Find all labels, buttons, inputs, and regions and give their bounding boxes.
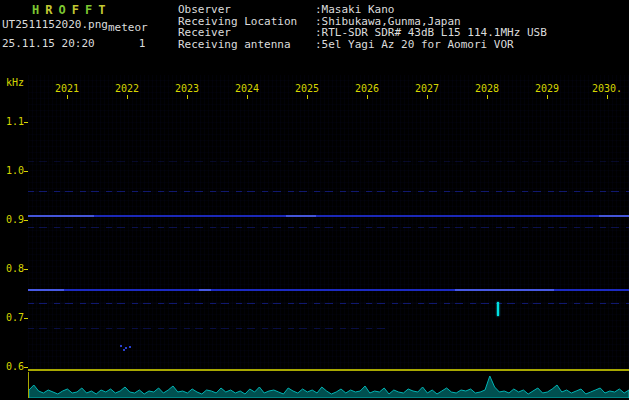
x-axis-tick: [247, 95, 248, 99]
info-value: :5el Yagi Az 20 for Aomori VOR: [315, 38, 514, 51]
carrier-band: [28, 328, 389, 329]
date-line: 25.11.15 20:201: [2, 37, 145, 50]
station-info: Observer:Masaki Kano Receiving Location:…: [178, 4, 547, 50]
y-axis-unit: kHz: [0, 77, 24, 88]
info-row-antenna: Receiving antenna:5el Yagi Az 20 for Aom…: [178, 39, 547, 51]
x-axis-label: 2025: [289, 83, 325, 94]
carrier-band: [28, 303, 629, 304]
carrier-band: [28, 191, 629, 192]
carrier-band-bright-segment: [28, 289, 64, 291]
carrier-band-bright-segment: [599, 215, 629, 217]
carrier-band-bright-segment: [286, 215, 316, 217]
file-line: UT2511152020.pngmeteor: [2, 18, 148, 31]
x-axis-label: 2022: [109, 83, 145, 94]
x-axis-tick: [127, 95, 128, 99]
y-axis-label: 1.0: [0, 165, 24, 176]
carrier-band-bright-segment: [455, 289, 554, 291]
x-axis-tick: [307, 95, 308, 99]
hrofft-output: HROFFT UT2511152020.pngmeteor 25.11.15 2…: [0, 0, 629, 400]
x-axis-tick: [67, 95, 68, 99]
logo-letter: F: [85, 3, 92, 17]
logo-letter: T: [98, 3, 105, 17]
logo-letter: R: [45, 3, 52, 17]
frequency-axis-baseline: [28, 369, 629, 371]
x-axis-label: 2024: [229, 83, 265, 94]
info-label: Receiver: [178, 27, 315, 39]
info-label: Observer: [178, 4, 315, 16]
x-axis-tick: [607, 95, 608, 99]
noise-dot: [129, 346, 131, 348]
x-axis-label: 2027: [409, 83, 445, 94]
ut-filename: UT2511152020.png: [2, 18, 108, 31]
noise-dot: [125, 347, 127, 349]
meteor-echo-mark: [497, 302, 499, 316]
observation-comment: meteor: [108, 21, 148, 34]
x-axis-tick: [427, 95, 428, 99]
x-axis-label: 2026: [349, 83, 385, 94]
y-axis-tick: [24, 122, 28, 123]
noise-dot: [120, 345, 122, 347]
x-axis-label: 2023: [169, 83, 205, 94]
level-trace-svg: [29, 372, 629, 398]
logo-letter: F: [72, 3, 79, 17]
observation-datetime: 25.11.15 20:20: [2, 37, 95, 50]
y-axis-label: 0.8: [0, 263, 24, 274]
y-axis-label: 0.9: [0, 214, 24, 225]
x-axis-tick: [187, 95, 188, 99]
y-axis-tick: [24, 220, 28, 221]
image-counter: 1: [139, 37, 146, 50]
y-axis-label: 1.1: [0, 116, 24, 127]
logo-letter: H: [32, 3, 39, 17]
spectrogram: [28, 75, 629, 369]
carrier-band: [28, 227, 629, 228]
x-axis-label: 2021: [49, 83, 85, 94]
info-label: Receiving antenna: [178, 39, 315, 51]
app-logo: HROFFT: [32, 3, 111, 17]
x-axis-label: 2029: [529, 83, 565, 94]
y-axis-tick: [24, 269, 28, 270]
y-axis-tick: [24, 171, 28, 172]
carrier-band: [28, 161, 629, 162]
y-axis-tick: [24, 367, 28, 368]
logo-letter: O: [58, 3, 65, 17]
noise-dot: [123, 349, 125, 351]
x-axis-label: 2028: [469, 83, 505, 94]
x-axis-label: 2030.: [589, 83, 625, 94]
y-axis-label: 0.6: [0, 361, 24, 372]
x-axis-tick: [367, 95, 368, 99]
carrier-band-bright-segment: [199, 289, 211, 291]
y-axis-label: 0.7: [0, 312, 24, 323]
carrier-band: [28, 289, 629, 291]
x-axis-tick: [487, 95, 488, 99]
carrier-band-bright-segment: [28, 215, 94, 217]
carrier-band: [28, 215, 629, 217]
y-axis-tick: [24, 318, 28, 319]
x-axis-tick: [547, 95, 548, 99]
signal-level-plot: [29, 372, 629, 398]
